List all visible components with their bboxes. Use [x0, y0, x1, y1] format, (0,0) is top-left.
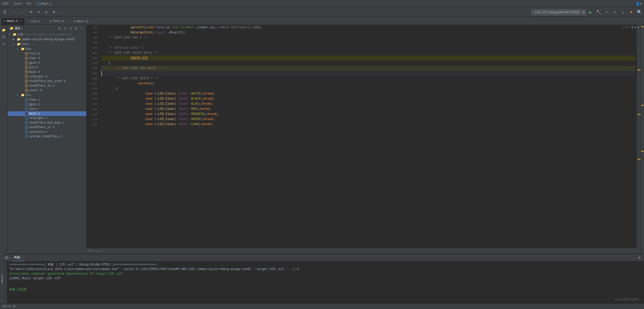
tree-label-lcdc: lcd.c — [29, 107, 38, 111]
menu-icon[interactable]: ☰ — [1, 9, 8, 16]
tree-item-gpio-h[interactable]: h gpio.h — [8, 61, 86, 65]
tree-label-mainh: main.h — [29, 70, 40, 74]
tree-item-usarth[interactable]: h usart.h — [8, 88, 86, 93]
tree-item-inc[interactable]: ▾ 📁 Inc — [8, 47, 86, 51]
tree-item-hal-it[interactable]: h stm32f4xx_it.h — [8, 84, 86, 88]
bottom-action-settings[interactable]: ⚙ — [637, 255, 642, 260]
breadcrumb-item-1[interactable]: Core — [14, 2, 22, 6]
back-button[interactable]: ↩ — [603, 9, 610, 16]
minimize-icon[interactable]: — — [58, 9, 65, 16]
tree-item-retargeth[interactable]: h retarget.h — [8, 74, 86, 79]
settings-icon[interactable]: ⚙ — [50, 9, 58, 16]
tree-label-fsmch: fsmc.h — [29, 57, 40, 60]
tab-bar: c main.c ✕ c lcd.c ✕ h font.h ✕ h main.h… — [0, 17, 644, 25]
tree-action-collapse[interactable]: ≡ — [62, 26, 67, 31]
nav-forward-btn[interactable]: → — [18, 9, 25, 16]
tree-label-halitc: stm32f4xx_it.c — [29, 126, 55, 129]
tree-item-fsmcc[interactable]: c fsmc.c — [8, 98, 86, 102]
line-num-96: 96 — [88, 25, 97, 30]
tree-item-lcdc[interactable]: c lcd.c — [8, 107, 86, 111]
tree-item-lcd-h[interactable]: h lcd.h — [8, 65, 86, 70]
breadcrumb-item-3: c main.c — [37, 2, 52, 6]
expand-icon-src: ▾ — [17, 94, 21, 97]
tree-item-font-h[interactable]: h font.h — [8, 51, 86, 56]
stop-button[interactable]: ■ — [628, 9, 635, 16]
search-button[interactable]: 🔍 — [636, 9, 643, 16]
gutter-mark-1 — [641, 26, 643, 27]
line-num-102: 102 — [88, 56, 97, 61]
folder-icon-inc: 📁 — [21, 47, 25, 51]
tree-action-expand[interactable]: ⇅ — [68, 26, 73, 31]
tree-item-cmake[interactable]: ▶ 📁 cmake-build-debug-mingw-stm32 — [8, 37, 86, 42]
tab-main-h[interactable]: h main.h ✕ — [71, 18, 95, 25]
tree-item-hal-itc[interactable]: c stm32f4xx_it.c — [8, 125, 86, 130]
tab-icon-c-0: c — [4, 20, 6, 23]
file-icon-c-halmspc: c — [25, 121, 28, 125]
structure-icon[interactable]: ≡ — [35, 9, 42, 16]
bottom-panel-actions: ⚙ — [637, 255, 642, 260]
warning-indicator: ⚠ 7 ✓ 3 ∧ ∨ — [623, 25, 639, 29]
dropdown-icon[interactable]: ▾ — [22, 27, 23, 30]
file-icon-h-fsmch: h — [25, 57, 28, 60]
tab-close-2[interactable]: ✕ — [65, 20, 68, 23]
code-line-105[interactable] — [101, 71, 635, 76]
breadcrumb-item-0[interactable]: LCD- — [2, 2, 9, 6]
chevron-up-icon[interactable]: ∧ — [634, 25, 636, 29]
build-tab-close[interactable]: ✕ — [21, 256, 23, 259]
tab-close-3[interactable]: ✕ — [89, 20, 92, 23]
expand-icon-inc: ▾ — [17, 48, 21, 51]
tab-main-c[interactable]: c main.c ✕ — [1, 18, 25, 25]
file-icon-h-fonth: h — [25, 52, 28, 56]
run-button[interactable]: ▶ — [587, 9, 594, 16]
tree-item-mainh[interactable]: h main.h — [8, 70, 86, 74]
sidebar-icon-0[interactable]: 📁 — [1, 27, 7, 33]
tab-font-h[interactable]: h font.h ✕ — [47, 18, 71, 25]
sidebar-icon-2[interactable]: ≡ — [1, 41, 7, 47]
forward-button[interactable]: ↪ — [611, 9, 619, 16]
tree-label-syscallsc: syscalls.c — [29, 130, 47, 134]
chevron-down-icon[interactable]: ∨ — [637, 25, 639, 29]
tree-item-gpioc[interactable]: c gpio.c — [8, 102, 86, 107]
tree-item-retargetc[interactable]: c retarget.c — [8, 116, 86, 120]
nav-back-btn[interactable]: ← — [10, 9, 18, 16]
tab-lcd-c[interactable]: c lcd.c ✕ — [25, 18, 47, 25]
tab-close-0[interactable]: ✕ — [20, 19, 22, 23]
breadcrumb-item-2[interactable]: Src — [26, 2, 32, 6]
file-tree-title: 📁 项目 ▾ — [10, 26, 23, 31]
code-line-97: RetargetInit( huart: &huart1); — [101, 30, 635, 35]
tree-item-systemc[interactable]: c system_stm32f4xx.c — [8, 134, 86, 139]
expand-icon-core: ▾ — [13, 43, 17, 46]
fold-icon-107[interactable]: ⊙ — [89, 81, 91, 86]
project-icon: 📁 — [10, 26, 13, 30]
tree-item-mainc[interactable]: c main.c — [8, 111, 86, 116]
build-button[interactable]: 🔨 — [595, 9, 602, 16]
build-config-selector[interactable]: LCD-.elf | Debug-MinGW-STM32 — [531, 9, 586, 15]
tree-item-hal-mspc[interactable]: c stm32f4xx_hal_msp.c — [8, 120, 86, 125]
tree-action-locate[interactable]: ⊕ — [57, 26, 62, 31]
tree-item-src[interactable]: ▾ 📁 Src — [8, 93, 86, 98]
code-line-101: /* USER CODE BEGIN WHILE */ — [101, 50, 635, 56]
marks-panel: marks — [0, 254, 5, 303]
sidebar-icon-1[interactable]: § — [1, 34, 7, 40]
tree-item-syscallsc[interactable]: c syscalls.c — [8, 130, 86, 134]
tree-action-settings[interactable]: ⚙ — [74, 26, 79, 31]
gutter-marker-warning-2 — [637, 114, 640, 115]
tree-item-fsmc-h[interactable]: h fsmc.h — [8, 56, 86, 61]
step-into-button[interactable]: ↙ — [620, 9, 627, 16]
code-lines[interactable]: sprintf((char*)lcd_id,"LCD ID:%04X",lcdd… — [99, 25, 637, 248]
marks-label[interactable]: marks — [1, 274, 4, 283]
tree-item-root[interactable]: ▾ 📁 LCD- D:\Job\STM32\F407\CubeMX-HA — [8, 32, 86, 37]
tree-item-hal-conf[interactable]: h stm32f4xx_hal_conf.h — [8, 79, 86, 84]
refresh-icon[interactable]: ⟳ — [27, 9, 35, 16]
tree-item-core[interactable]: ▾ 📁 Core — [8, 42, 86, 47]
line-num-104: 104 — [88, 66, 97, 71]
bottom-tab-build[interactable]: 构建 ✕ — [12, 254, 25, 261]
tree-action-close[interactable]: — — [79, 26, 84, 31]
tree-label-src: Src — [26, 93, 31, 97]
code-content[interactable]: 96 97 98 99 100 101 102 103 104 105 106 … — [87, 25, 640, 248]
align-icon[interactable]: ⇅ — [43, 9, 50, 16]
file-type-icon: c — [37, 2, 40, 5]
tab-close-1[interactable]: ✕ — [41, 20, 44, 23]
user-icon[interactable]: 👤▾ — [636, 2, 642, 6]
tab-label-0: main.c — [7, 19, 18, 23]
